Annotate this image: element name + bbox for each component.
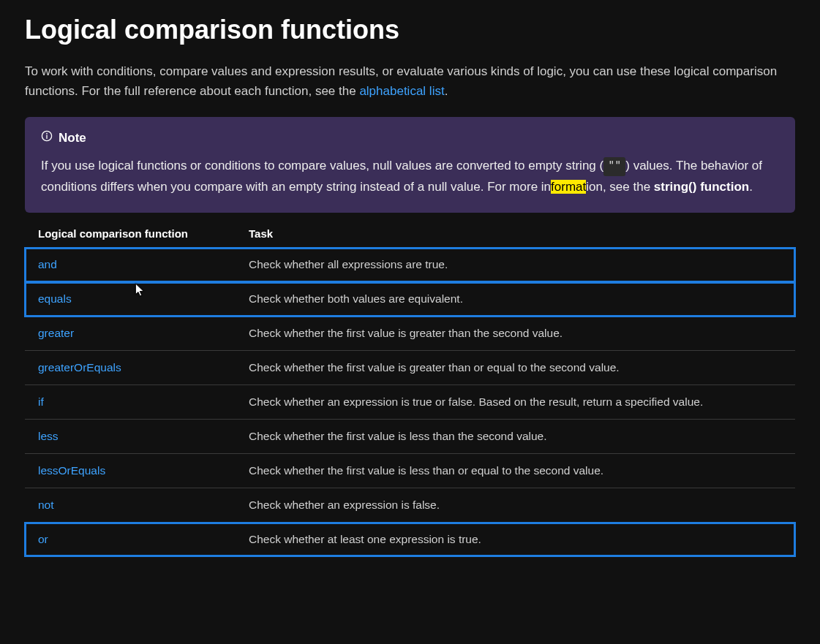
string-function-link[interactable]: string() function xyxy=(654,180,749,194)
function-link-lessOrEquals[interactable]: lessOrEquals xyxy=(38,464,105,477)
note-text-3: ion, see the xyxy=(586,180,654,194)
task-cell: Check whether an expression is false. xyxy=(236,488,795,523)
task-cell: Check whether both values are equivalent… xyxy=(236,282,795,317)
table-row: notCheck whether an expression is false. xyxy=(25,488,795,523)
table-row: lessCheck whether the first value is les… xyxy=(25,420,795,454)
task-cell: Check whether the first value is less th… xyxy=(236,454,795,488)
table-row: greaterOrEqualsCheck whether the first v… xyxy=(25,351,795,385)
note-title-row: Note xyxy=(41,130,779,145)
task-cell: Check whether at least one expression is… xyxy=(236,523,795,557)
intro-text-after: . xyxy=(445,84,448,98)
task-cell: Check whether all expressions are true. xyxy=(236,248,795,282)
intro-paragraph: To work with conditions, compare values … xyxy=(25,61,795,101)
col-header-task: Task xyxy=(236,220,795,248)
table-row: equalsCheck whether both values are equi… xyxy=(25,282,795,317)
note-text-4: . xyxy=(749,180,753,194)
table-row: greaterCheck whether the first value is … xyxy=(25,317,795,351)
function-link-if[interactable]: if xyxy=(38,395,44,408)
info-icon xyxy=(41,130,53,145)
function-link-less[interactable]: less xyxy=(38,430,59,442)
table-row: orCheck whether at least one expression … xyxy=(25,523,795,557)
table-row: andCheck whether all expressions are tru… xyxy=(25,248,795,282)
task-cell: Check whether the first value is greater… xyxy=(236,317,795,351)
col-header-function: Logical comparison function xyxy=(25,220,236,248)
task-cell: Check whether the first value is less th… xyxy=(236,420,795,454)
note-body: If you use logical functions or conditio… xyxy=(41,156,779,198)
function-link-or[interactable]: or xyxy=(38,533,48,545)
function-link-greater[interactable]: greater xyxy=(38,327,74,339)
function-link-equals[interactable]: equals xyxy=(38,292,72,305)
note-box: Note If you use logical functions or con… xyxy=(25,117,795,213)
task-cell: Check whether the first value is greater… xyxy=(236,351,795,385)
page-title: Logical comparison functions xyxy=(25,15,795,45)
function-link-not[interactable]: not xyxy=(38,499,54,511)
table-row: ifCheck whether an expression is true or… xyxy=(25,385,795,420)
empty-string-code: "" xyxy=(603,157,625,176)
function-link-and[interactable]: and xyxy=(38,258,57,270)
note-title-text: Note xyxy=(59,131,86,145)
function-link-greaterOrEquals[interactable]: greaterOrEquals xyxy=(38,361,121,374)
functions-table: Logical comparison function Task andChec… xyxy=(25,220,795,556)
note-text-1: If you use logical functions or conditio… xyxy=(41,159,603,173)
alphabetical-list-link[interactable]: alphabetical list xyxy=(359,84,444,98)
task-cell: Check whether an expression is true or f… xyxy=(236,385,795,420)
highlighted-text: format xyxy=(551,180,586,194)
table-row: lessOrEqualsCheck whether the first valu… xyxy=(25,454,795,488)
svg-point-2 xyxy=(46,133,48,135)
